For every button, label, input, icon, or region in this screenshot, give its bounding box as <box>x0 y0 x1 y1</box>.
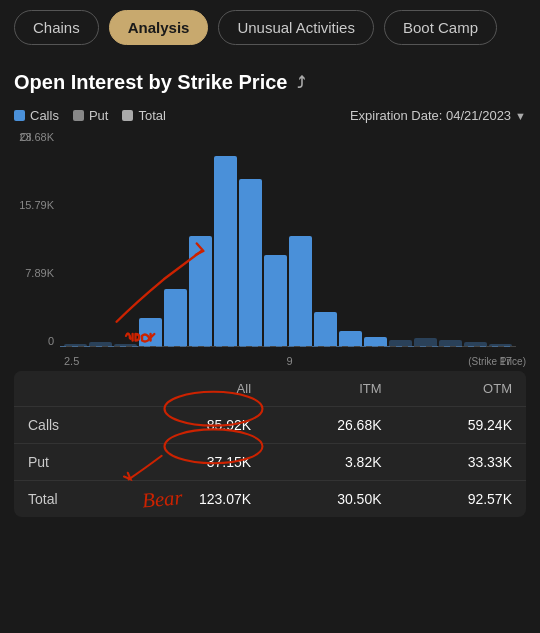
row-itm-2: 30.50K <box>265 481 395 518</box>
row-label-1: Put <box>14 444 121 481</box>
table-row-0: Calls 85.92K 26.68K 59.24K <box>14 407 526 444</box>
chart-bar-7 <box>239 179 262 346</box>
row-label-2: Total <box>14 481 121 518</box>
tab-unusual[interactable]: Unusual Activities <box>218 10 374 45</box>
tab-bootcamp[interactable]: Boot Camp <box>384 10 497 45</box>
chart-bar-10 <box>314 312 337 346</box>
chart-bar-5 <box>189 236 212 346</box>
row-otm-2: 92.57K <box>396 481 526 518</box>
export-icon[interactable]: ⤴ <box>297 74 305 92</box>
x-label-1: 9 <box>286 355 292 367</box>
row-itm-1: 3.82K <box>265 444 395 481</box>
y-label-3: 0 <box>14 335 60 347</box>
chart-bar-6 <box>214 156 237 346</box>
data-table-wrapper: All ITM OTM Calls 85.92K 26.68K 59.24K P… <box>14 371 526 517</box>
y-axis: 23.68K 15.79K 7.89K 0 <box>14 131 60 371</box>
data-table: All ITM OTM Calls 85.92K 26.68K 59.24K P… <box>14 371 526 517</box>
tab-analysis[interactable]: Analysis <box>109 10 209 45</box>
chart-bar-14 <box>414 338 437 346</box>
legend-items: Calls Put Total <box>14 108 166 123</box>
legend-put: Put <box>73 108 109 123</box>
y-label-2: 7.89K <box>14 267 60 279</box>
chart-inner: 2.5 9 17 (Strike Price) OI <box>60 131 526 371</box>
chart-bar-9 <box>289 236 312 346</box>
total-dot <box>122 110 133 121</box>
table-row-1: Put 37.15K 3.82K 33.33K <box>14 444 526 481</box>
x-axis: 2.5 9 17 <box>60 355 516 367</box>
chart-bar-12 <box>364 337 387 347</box>
x-label-0: 2.5 <box>64 355 79 367</box>
col-header-label <box>14 371 121 407</box>
col-header-all: All <box>121 371 266 407</box>
nav-bar: Chains Analysis Unusual Activities Boot … <box>0 0 540 55</box>
chart-bar-8 <box>264 255 287 346</box>
chart-area: 23.68K 15.79K 7.89K 0 2.5 9 17 (Strike P… <box>14 131 526 371</box>
put-dot <box>73 110 84 121</box>
row-otm-0: 59.24K <box>396 407 526 444</box>
baseline-dashes <box>60 346 516 347</box>
row-all-1: 37.15K <box>121 444 266 481</box>
y-label-1: 15.79K <box>14 199 60 211</box>
row-otm-1: 33.33K <box>396 444 526 481</box>
row-label-0: Calls <box>14 407 121 444</box>
row-all-2: 123.07K <box>121 481 266 518</box>
calls-dot <box>14 110 25 121</box>
legend-row: Calls Put Total Expiration Date: 04/21/2… <box>14 108 526 123</box>
row-all-0: 85.92K <box>121 407 266 444</box>
page-title: Open Interest by Strike Price ⤴ <box>14 71 526 94</box>
legend-total: Total <box>122 108 165 123</box>
col-header-itm: ITM <box>265 371 395 407</box>
chart-bar-11 <box>339 331 362 346</box>
expiry-arrow: ▼ <box>515 110 526 122</box>
chart-bar-3 <box>139 318 162 347</box>
table-row-2: Total 123.07K 30.50K 92.57K <box>14 481 526 518</box>
chart-bar-4 <box>164 289 187 346</box>
bars-container <box>60 131 516 347</box>
x-axis-title: (Strike Price) <box>468 356 526 367</box>
expiry-date[interactable]: Expiration Date: 04/21/2023 ▼ <box>350 108 526 123</box>
tab-chains[interactable]: Chains <box>14 10 99 45</box>
table-header-row: All ITM OTM <box>14 371 526 407</box>
oi-label: OI <box>20 131 32 143</box>
col-header-otm: OTM <box>396 371 526 407</box>
legend-calls: Calls <box>14 108 59 123</box>
row-itm-0: 26.68K <box>265 407 395 444</box>
